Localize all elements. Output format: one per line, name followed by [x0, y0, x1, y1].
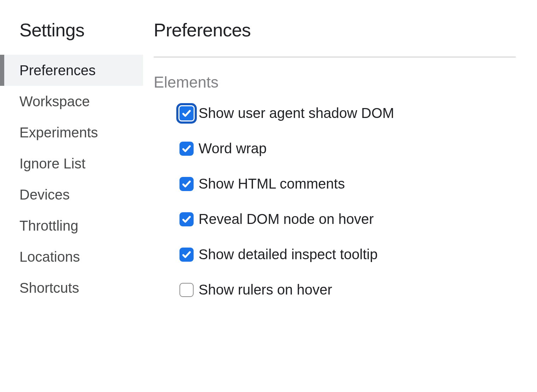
elements-section-title: Elements — [154, 73, 516, 91]
checkbox[interactable] — [179, 283, 194, 297]
sidebar-item-workspace[interactable]: Workspace — [0, 86, 143, 117]
sidebar-item-label: Shortcuts — [19, 280, 79, 296]
sidebar-item-label: Preferences — [19, 63, 96, 78]
checkbox[interactable] — [179, 248, 194, 262]
sidebar-item-label: Locations — [19, 249, 80, 265]
sidebar-item-shortcuts[interactable]: Shortcuts — [0, 272, 143, 303]
elements-options: Show user agent shadow DOMWord wrapShow … — [154, 105, 516, 298]
sidebar-item-label: Ignore List — [19, 156, 85, 171]
option-label: Show detailed inspect tooltip — [199, 247, 378, 262]
sidebar-item-experiments[interactable]: Experiments — [0, 117, 143, 148]
option-row[interactable]: Show HTML comments — [179, 176, 516, 192]
option-label: Show rulers on hover — [199, 282, 332, 298]
sidebar-item-label: Workspace — [19, 94, 90, 109]
checkbox[interactable] — [179, 177, 194, 191]
option-label: Word wrap — [199, 141, 267, 156]
option-row[interactable]: Reveal DOM node on hover — [179, 211, 516, 227]
settings-title: Settings — [0, 19, 143, 55]
sidebar-item-throttling[interactable]: Throttling — [0, 210, 143, 241]
option-row[interactable]: Show user agent shadow DOM — [179, 105, 516, 121]
option-label: Show user agent shadow DOM — [199, 105, 394, 121]
settings-sidebar: Settings PreferencesWorkspaceExperiments… — [0, 0, 143, 392]
sidebar-item-locations[interactable]: Locations — [0, 241, 143, 272]
option-label: Show HTML comments — [199, 176, 345, 192]
checkbox[interactable] — [179, 142, 194, 156]
option-label: Reveal DOM node on hover — [199, 211, 374, 227]
option-row[interactable]: Show detailed inspect tooltip — [179, 247, 516, 262]
preferences-panel: Preferences Elements Show user agent sha… — [143, 0, 537, 392]
sidebar-item-label: Experiments — [19, 125, 98, 140]
sidebar-item-ignore-list[interactable]: Ignore List — [0, 148, 143, 179]
option-row[interactable]: Word wrap — [179, 141, 516, 156]
sidebar-item-label: Throttling — [19, 218, 78, 233]
preferences-title: Preferences — [154, 19, 516, 58]
sidebar-item-label: Devices — [19, 187, 70, 202]
option-row[interactable]: Show rulers on hover — [179, 282, 516, 298]
sidebar-item-devices[interactable]: Devices — [0, 179, 143, 210]
checkbox[interactable] — [179, 212, 194, 226]
checkbox[interactable] — [179, 106, 194, 120]
sidebar-item-preferences[interactable]: Preferences — [0, 55, 143, 86]
sidebar-nav: PreferencesWorkspaceExperimentsIgnore Li… — [0, 55, 143, 303]
